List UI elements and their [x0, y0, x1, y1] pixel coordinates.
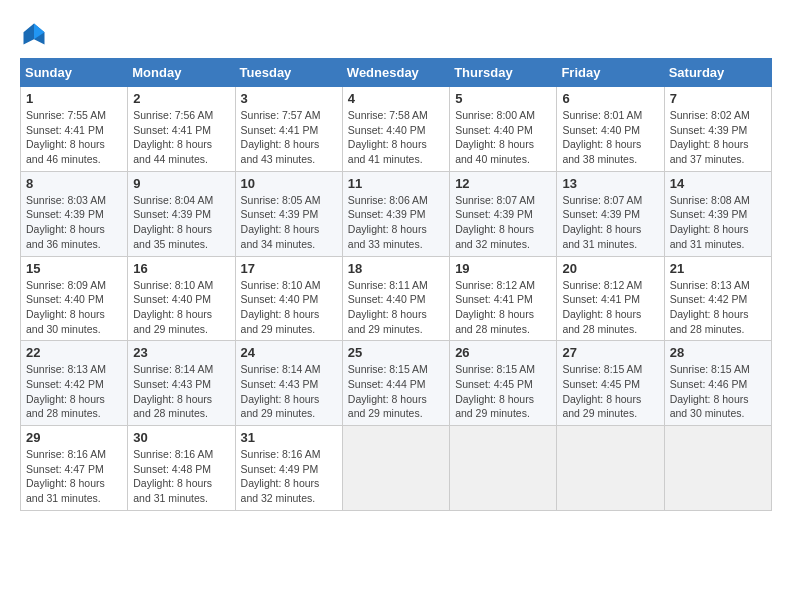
calendar-cell: 19 Sunrise: 8:12 AM Sunset: 4:41 PM Dayl…	[450, 256, 557, 341]
daylight-label: Daylight: 8 hours and 30 minutes.	[26, 308, 105, 335]
day-content: Sunrise: 8:15 AM Sunset: 4:45 PM Dayligh…	[455, 362, 551, 421]
sunrise-label: Sunrise: 8:15 AM	[348, 363, 428, 375]
daylight-label: Daylight: 8 hours and 41 minutes.	[348, 138, 427, 165]
calendar-week-4: 22 Sunrise: 8:13 AM Sunset: 4:42 PM Dayl…	[21, 341, 772, 426]
calendar-cell	[450, 426, 557, 511]
day-number: 22	[26, 345, 122, 360]
sunrise-label: Sunrise: 8:06 AM	[348, 194, 428, 206]
day-content: Sunrise: 8:15 AM Sunset: 4:46 PM Dayligh…	[670, 362, 766, 421]
day-number: 9	[133, 176, 229, 191]
calendar-cell: 10 Sunrise: 8:05 AM Sunset: 4:39 PM Dayl…	[235, 171, 342, 256]
day-content: Sunrise: 8:08 AM Sunset: 4:39 PM Dayligh…	[670, 193, 766, 252]
daylight-label: Daylight: 8 hours and 44 minutes.	[133, 138, 212, 165]
day-number: 18	[348, 261, 444, 276]
day-number: 28	[670, 345, 766, 360]
sunrise-label: Sunrise: 8:14 AM	[133, 363, 213, 375]
sunset-label: Sunset: 4:39 PM	[26, 208, 104, 220]
calendar-cell: 12 Sunrise: 8:07 AM Sunset: 4:39 PM Dayl…	[450, 171, 557, 256]
daylight-label: Daylight: 8 hours and 28 minutes.	[133, 393, 212, 420]
sunrise-label: Sunrise: 8:02 AM	[670, 109, 750, 121]
sunset-label: Sunset: 4:40 PM	[133, 293, 211, 305]
page-header	[20, 20, 772, 48]
sunset-label: Sunset: 4:39 PM	[455, 208, 533, 220]
sunset-label: Sunset: 4:41 PM	[455, 293, 533, 305]
day-content: Sunrise: 8:11 AM Sunset: 4:40 PM Dayligh…	[348, 278, 444, 337]
sunrise-label: Sunrise: 8:04 AM	[133, 194, 213, 206]
day-number: 21	[670, 261, 766, 276]
day-number: 15	[26, 261, 122, 276]
sunset-label: Sunset: 4:40 PM	[26, 293, 104, 305]
day-number: 10	[241, 176, 337, 191]
day-number: 11	[348, 176, 444, 191]
weekday-header-row: SundayMondayTuesdayWednesdayThursdayFrid…	[21, 59, 772, 87]
day-content: Sunrise: 7:56 AM Sunset: 4:41 PM Dayligh…	[133, 108, 229, 167]
day-number: 2	[133, 91, 229, 106]
sunrise-label: Sunrise: 8:12 AM	[455, 279, 535, 291]
calendar-cell: 23 Sunrise: 8:14 AM Sunset: 4:43 PM Dayl…	[128, 341, 235, 426]
day-number: 30	[133, 430, 229, 445]
sunrise-label: Sunrise: 8:01 AM	[562, 109, 642, 121]
day-content: Sunrise: 8:01 AM Sunset: 4:40 PM Dayligh…	[562, 108, 658, 167]
sunset-label: Sunset: 4:40 PM	[241, 293, 319, 305]
sunset-label: Sunset: 4:47 PM	[26, 463, 104, 475]
calendar-cell: 5 Sunrise: 8:00 AM Sunset: 4:40 PM Dayli…	[450, 87, 557, 172]
logo	[20, 20, 52, 48]
sunrise-label: Sunrise: 7:57 AM	[241, 109, 321, 121]
day-number: 12	[455, 176, 551, 191]
sunset-label: Sunset: 4:49 PM	[241, 463, 319, 475]
daylight-label: Daylight: 8 hours and 28 minutes.	[26, 393, 105, 420]
calendar-cell: 4 Sunrise: 7:58 AM Sunset: 4:40 PM Dayli…	[342, 87, 449, 172]
sunrise-label: Sunrise: 8:09 AM	[26, 279, 106, 291]
daylight-label: Daylight: 8 hours and 29 minutes.	[348, 308, 427, 335]
sunrise-label: Sunrise: 8:13 AM	[26, 363, 106, 375]
day-content: Sunrise: 8:02 AM Sunset: 4:39 PM Dayligh…	[670, 108, 766, 167]
sunrise-label: Sunrise: 8:15 AM	[562, 363, 642, 375]
sunrise-label: Sunrise: 8:14 AM	[241, 363, 321, 375]
sunset-label: Sunset: 4:40 PM	[562, 124, 640, 136]
daylight-label: Daylight: 8 hours and 29 minutes.	[133, 308, 212, 335]
daylight-label: Daylight: 8 hours and 28 minutes.	[670, 308, 749, 335]
day-number: 31	[241, 430, 337, 445]
sunset-label: Sunset: 4:42 PM	[26, 378, 104, 390]
sunset-label: Sunset: 4:40 PM	[348, 293, 426, 305]
weekday-header-saturday: Saturday	[664, 59, 771, 87]
weekday-header-wednesday: Wednesday	[342, 59, 449, 87]
daylight-label: Daylight: 8 hours and 46 minutes.	[26, 138, 105, 165]
sunset-label: Sunset: 4:48 PM	[133, 463, 211, 475]
sunset-label: Sunset: 4:39 PM	[670, 124, 748, 136]
sunrise-label: Sunrise: 8:11 AM	[348, 279, 428, 291]
sunrise-label: Sunrise: 8:07 AM	[455, 194, 535, 206]
day-content: Sunrise: 8:15 AM Sunset: 4:44 PM Dayligh…	[348, 362, 444, 421]
calendar-cell: 27 Sunrise: 8:15 AM Sunset: 4:45 PM Dayl…	[557, 341, 664, 426]
sunrise-label: Sunrise: 8:08 AM	[670, 194, 750, 206]
calendar-cell: 25 Sunrise: 8:15 AM Sunset: 4:44 PM Dayl…	[342, 341, 449, 426]
calendar-cell: 16 Sunrise: 8:10 AM Sunset: 4:40 PM Dayl…	[128, 256, 235, 341]
calendar-cell: 20 Sunrise: 8:12 AM Sunset: 4:41 PM Dayl…	[557, 256, 664, 341]
daylight-label: Daylight: 8 hours and 34 minutes.	[241, 223, 320, 250]
day-content: Sunrise: 8:13 AM Sunset: 4:42 PM Dayligh…	[670, 278, 766, 337]
sunrise-label: Sunrise: 8:15 AM	[455, 363, 535, 375]
sunrise-label: Sunrise: 8:05 AM	[241, 194, 321, 206]
sunset-label: Sunset: 4:41 PM	[133, 124, 211, 136]
day-number: 6	[562, 91, 658, 106]
day-number: 29	[26, 430, 122, 445]
day-content: Sunrise: 8:10 AM Sunset: 4:40 PM Dayligh…	[133, 278, 229, 337]
daylight-label: Daylight: 8 hours and 43 minutes.	[241, 138, 320, 165]
daylight-label: Daylight: 8 hours and 29 minutes.	[241, 393, 320, 420]
sunrise-label: Sunrise: 8:07 AM	[562, 194, 642, 206]
calendar-cell: 11 Sunrise: 8:06 AM Sunset: 4:39 PM Dayl…	[342, 171, 449, 256]
calendar-cell: 17 Sunrise: 8:10 AM Sunset: 4:40 PM Dayl…	[235, 256, 342, 341]
day-content: Sunrise: 8:16 AM Sunset: 4:47 PM Dayligh…	[26, 447, 122, 506]
sunset-label: Sunset: 4:44 PM	[348, 378, 426, 390]
daylight-label: Daylight: 8 hours and 30 minutes.	[670, 393, 749, 420]
day-content: Sunrise: 8:10 AM Sunset: 4:40 PM Dayligh…	[241, 278, 337, 337]
day-content: Sunrise: 8:09 AM Sunset: 4:40 PM Dayligh…	[26, 278, 122, 337]
day-content: Sunrise: 7:58 AM Sunset: 4:40 PM Dayligh…	[348, 108, 444, 167]
sunrise-label: Sunrise: 7:58 AM	[348, 109, 428, 121]
sunset-label: Sunset: 4:40 PM	[348, 124, 426, 136]
weekday-header-sunday: Sunday	[21, 59, 128, 87]
sunset-label: Sunset: 4:39 PM	[133, 208, 211, 220]
day-content: Sunrise: 8:12 AM Sunset: 4:41 PM Dayligh…	[455, 278, 551, 337]
day-number: 13	[562, 176, 658, 191]
daylight-label: Daylight: 8 hours and 29 minutes.	[241, 308, 320, 335]
